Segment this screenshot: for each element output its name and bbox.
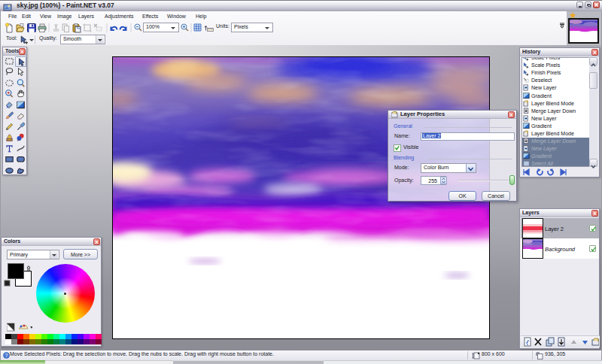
svg-text:?: ? <box>5 353 8 358</box>
